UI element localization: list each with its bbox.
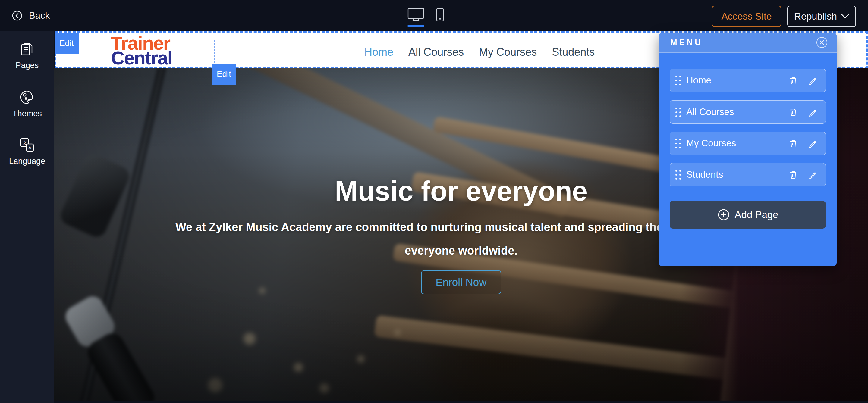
site-logo[interactable]: Trainer Central — [111, 35, 172, 66]
enroll-now-button[interactable]: Enroll Now — [421, 270, 501, 294]
drag-handle-icon[interactable] — [675, 170, 681, 179]
mobile-preview-button[interactable] — [436, 8, 444, 22]
edit-header-label: Edit — [59, 39, 74, 48]
chevron-down-icon — [841, 14, 849, 19]
site-nav: Home All Courses My Courses Students — [364, 43, 595, 61]
menu-item-label: All Courses — [686, 107, 734, 117]
sidebar-item-language[interactable]: 文A Language — [0, 137, 54, 166]
sidebar-label-pages: Pages — [16, 61, 39, 70]
edit-pencil-icon[interactable] — [807, 76, 818, 86]
close-icon[interactable] — [815, 36, 828, 49]
mobile-icon — [436, 8, 444, 22]
editor-sidebar: Pages Themes 文A Language — [0, 31, 54, 403]
plus-circle-icon — [717, 208, 730, 221]
delete-icon[interactable] — [788, 107, 798, 117]
edit-pencil-icon[interactable] — [807, 170, 818, 180]
delete-icon[interactable] — [788, 76, 798, 86]
republish-label: Republish — [794, 11, 837, 22]
drag-handle-icon[interactable] — [675, 139, 681, 148]
themes-icon — [20, 90, 35, 105]
republish-button[interactable]: Republish — [787, 6, 856, 27]
nav-link-home[interactable]: Home — [364, 46, 393, 59]
enroll-now-label: Enroll Now — [435, 276, 487, 288]
menu-panel-header: MENU — [659, 33, 837, 53]
pages-icon — [20, 42, 34, 57]
device-preview-toggle — [407, 0, 444, 39]
drag-handle-icon[interactable] — [675, 107, 681, 117]
edit-nav-menu-label: Edit — [217, 69, 231, 79]
nav-link-all-courses[interactable]: All Courses — [408, 46, 464, 59]
edit-header-button[interactable]: Edit — [55, 33, 79, 54]
language-icon: 文A — [20, 137, 35, 153]
menu-item-students[interactable]: Students — [670, 163, 826, 187]
menu-item-all-courses[interactable]: All Courses — [670, 100, 826, 124]
back-button[interactable]: Back — [12, 0, 50, 31]
sidebar-item-themes[interactable]: Themes — [0, 90, 54, 119]
delete-icon[interactable] — [788, 170, 798, 180]
svg-text:A: A — [28, 145, 31, 150]
nav-link-my-courses[interactable]: My Courses — [479, 46, 537, 59]
edit-pencil-icon[interactable] — [807, 107, 818, 117]
sidebar-item-pages[interactable]: Pages — [0, 42, 54, 70]
active-device-underline — [407, 25, 424, 27]
back-label: Back — [29, 10, 50, 21]
nav-link-students[interactable]: Students — [552, 46, 595, 59]
menu-item-my-courses[interactable]: My Courses — [670, 132, 826, 155]
add-page-label: Add Page — [735, 209, 778, 221]
sidebar-label-themes: Themes — [12, 109, 42, 119]
menu-panel-title: MENU — [670, 38, 703, 47]
drag-handle-icon[interactable] — [675, 76, 681, 85]
menu-item-label: Home — [686, 75, 711, 86]
add-page-button[interactable]: Add Page — [670, 201, 826, 229]
desktop-preview-button[interactable] — [407, 8, 424, 27]
editor-stage: Back Access Site Republish — [0, 0, 868, 403]
desktop-icon — [407, 8, 424, 22]
access-site-label: Access Site — [721, 11, 772, 22]
menu-item-home[interactable]: Home — [670, 69, 826, 92]
menu-item-label: My Courses — [686, 138, 736, 149]
back-icon — [12, 10, 22, 21]
edit-pencil-icon[interactable] — [807, 139, 818, 149]
sidebar-label-language: Language — [9, 157, 45, 166]
menu-editor-panel: MENU Home All Courses — [659, 33, 837, 266]
logo-line2: Central — [111, 50, 172, 66]
access-site-button[interactable]: Access Site — [712, 6, 781, 27]
menu-item-label: Students — [686, 169, 723, 180]
delete-icon[interactable] — [788, 139, 798, 149]
edit-nav-menu-button[interactable]: Edit — [212, 64, 236, 85]
top-toolbar: Back Access Site Republish — [0, 0, 868, 31]
